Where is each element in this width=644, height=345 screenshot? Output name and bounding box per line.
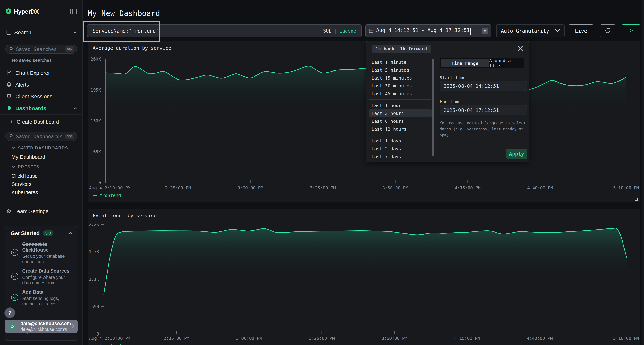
- quick-range-last-3-hours[interactable]: Last 3 hours: [369, 109, 432, 117]
- sidebar-item-kubernetes[interactable]: Kubernetes: [12, 189, 38, 196]
- chevron-up-icon: [69, 232, 72, 235]
- svg-text:1.7K: 1.7K: [89, 249, 99, 254]
- sidebar-item-team-settings[interactable]: ⚙ Team Settings: [6, 207, 48, 215]
- svg-text:3:00:00 PM: 3:00:00 PM: [236, 336, 262, 341]
- sidebar-item-my-dashboard[interactable]: My Dashboard: [12, 153, 45, 161]
- check-circle-icon: [11, 294, 18, 302]
- quick-range-last-15-minutes[interactable]: Last 15 minutes: [369, 74, 432, 82]
- chevron-down-icon: [12, 146, 15, 150]
- tab-time-range[interactable]: Time range: [440, 59, 489, 67]
- d-shortcut-badge[interactable]: d: [482, 28, 488, 34]
- shortcut-badge: ⌘K: [66, 46, 74, 52]
- chart-panel-average-duration: 065K130K195K260KAug 4 2:10:00 PM2:35:00 …: [88, 41, 640, 202]
- hyperdx-logo-icon: [5, 8, 12, 15]
- group-header-saved-dashboards[interactable]: SAVED DASHBOARDS: [12, 145, 68, 151]
- quick-range-last-12-hours[interactable]: Last 12 hours: [369, 125, 432, 133]
- sidebar-item-label: Search: [14, 29, 31, 35]
- collapse-sidebar-icon[interactable]: [70, 8, 77, 15]
- svg-text:3:25:00 PM: 3:25:00 PM: [309, 336, 335, 341]
- get-started-item[interactable]: Add DataStart sending logs, metrics, or …: [11, 289, 72, 306]
- granularity-select[interactable]: Auto Granularity: [496, 24, 564, 37]
- shift-1h-back-button[interactable]: 1h back: [372, 44, 398, 53]
- svg-text:195K: 195K: [90, 88, 101, 93]
- lucene-toggle[interactable]: Lucene: [339, 28, 356, 34]
- run-query-button[interactable]: [622, 24, 640, 37]
- refresh-button[interactable]: [600, 24, 616, 37]
- brand-name: HyperDX: [14, 8, 39, 15]
- play-icon: [628, 28, 634, 34]
- svg-text:4:15:00 PM: 4:15:00 PM: [454, 336, 480, 341]
- tab-around-a-time[interactable]: Around a time: [489, 59, 523, 67]
- natural-language-hint: You can use natural language to select d…: [440, 120, 528, 138]
- saved-dashboards-placeholder: Saved Dashboards: [16, 134, 66, 139]
- svg-text:5:10:00 PM: 5:10:00 PM: [613, 186, 639, 191]
- create-dashboard-button[interactable]: + Create Dashboard: [10, 118, 59, 125]
- svg-text:260K: 260K: [90, 57, 101, 62]
- chart-legend[interactable]: frontend: [93, 343, 121, 345]
- resize-handle-icon[interactable]: [635, 198, 638, 201]
- search-icon: [9, 47, 14, 52]
- group-header-presets[interactable]: PRESETS: [12, 164, 40, 170]
- get-started-item[interactable]: Connect to ClickHouseSet up your databas…: [11, 241, 72, 264]
- avatar: D: [8, 322, 17, 331]
- divider: [370, 99, 431, 100]
- page-title: My New Dashboard: [88, 9, 160, 18]
- laptop-icon: [6, 93, 12, 100]
- text-cursor: [470, 28, 471, 34]
- quick-range-last-1-hour[interactable]: Last 1 hour: [369, 101, 432, 109]
- get-started-item[interactable]: Create Data SourcesConfigure where your …: [11, 268, 72, 285]
- start-time-input[interactable]: 2025-08-04 14:12:51: [440, 81, 527, 91]
- quick-range-last-2-days[interactable]: Last 2 days: [369, 145, 432, 153]
- svg-text:4:40:00 PM: 4:40:00 PM: [527, 186, 553, 191]
- close-icon[interactable]: [517, 45, 524, 52]
- quick-range-last-1-minute[interactable]: Last 1 minute: [369, 58, 432, 66]
- sidebar-item-search[interactable]: Search: [6, 28, 77, 36]
- time-range-value: Aug 4 14:12:51 - Aug 4 17:12:51: [376, 27, 470, 33]
- quick-range-last-5-minutes[interactable]: Last 5 minutes: [369, 66, 432, 74]
- quick-range-last-7-days[interactable]: Last 7 days: [369, 153, 432, 161]
- start-time-label: Start time: [440, 75, 466, 80]
- chart-title: Average duration by service: [93, 45, 171, 51]
- divider: [435, 143, 529, 143]
- bell-icon: [6, 81, 12, 88]
- chevron-up-icon: [73, 31, 77, 34]
- time-range-input[interactable]: Aug 4 14:12:51 - Aug 4 17:12:51 d: [366, 24, 491, 37]
- sidebar-item-client-sessions[interactable]: Client Sessions: [6, 91, 77, 102]
- sql-toggle[interactable]: SQL: [323, 28, 332, 34]
- sidebar-item-services[interactable]: Services: [12, 181, 31, 188]
- chart-legend[interactable]: frontend: [93, 193, 121, 198]
- calendar-icon: [369, 28, 374, 34]
- average-duration-line-chart[interactable]: 065K130K195K260KAug 4 2:10:00 PM2:35:00 …: [88, 41, 640, 202]
- quick-range-last-14-days[interactable]: Last 14 days: [369, 161, 432, 162]
- saved-searches-input[interactable]: Saved Searches ⌘K: [5, 45, 77, 54]
- live-button[interactable]: Live: [569, 24, 593, 37]
- quick-range-list: Last 1 minuteLast 5 minutesLast 15 minut…: [369, 58, 432, 162]
- quick-range-last-30-minutes[interactable]: Last 30 minutes: [369, 82, 432, 90]
- sidebar-item-clickhouse[interactable]: ClickHouse: [12, 172, 38, 179]
- user-account-chip[interactable]: D dale@clickhouse.com dale@clickhouse.co…: [5, 320, 78, 333]
- sidebar-item-chart-explorer[interactable]: Chart Explorer: [6, 67, 77, 79]
- shift-1h-forward-button[interactable]: 1h forward: [396, 44, 431, 53]
- sidebar: HyperDX Search Saved Searches ⌘K No save…: [0, 0, 83, 345]
- apply-button[interactable]: Apply: [506, 149, 527, 159]
- get-started-header[interactable]: Get Started 3/3: [11, 230, 72, 236]
- chevron-down-icon: [12, 165, 15, 169]
- saved-dashboards-input[interactable]: Saved Dashboards ⌘K: [5, 132, 77, 141]
- quick-range-last-6-hours[interactable]: Last 6 hours: [369, 117, 432, 125]
- quick-range-last-1-days[interactable]: Last 1 days: [369, 137, 432, 145]
- sidebar-item-alerts[interactable]: Alerts: [6, 79, 77, 91]
- language-separator: |: [334, 28, 337, 34]
- end-time-input[interactable]: 2025-08-04 17:12:51: [440, 105, 527, 115]
- search-icon: [9, 134, 14, 139]
- divider: [370, 135, 431, 135]
- event-count-line-chart[interactable]: 05501.1K1.7K2.2KAug 4 2:10:00 PM2:35:00 …: [88, 209, 640, 345]
- list-scrollbar-thumb[interactable]: [432, 59, 434, 156]
- help-button[interactable]: ?: [4, 308, 15, 318]
- no-saved-searches-text: No saved searches: [12, 57, 52, 63]
- page-scrollbar[interactable]: [642, 0, 644, 345]
- sidebar-item-dashboards[interactable]: Dashboards: [6, 102, 77, 114]
- svg-text:65K: 65K: [93, 149, 101, 154]
- quick-range-last-45-minutes[interactable]: Last 45 minutes: [369, 90, 432, 98]
- search-query-input[interactable]: ServiceName:"frontend" SQL | Lucene: [87, 24, 362, 37]
- dashboards-icon: [6, 105, 12, 111]
